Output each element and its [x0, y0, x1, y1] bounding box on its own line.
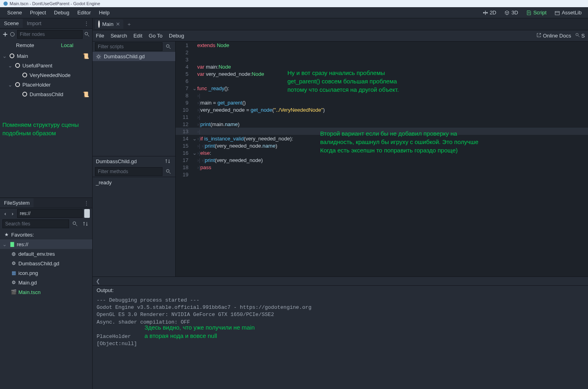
script-menu-edit[interactable]: Edit — [133, 33, 142, 39]
nav-forward-button[interactable]: › — [10, 209, 15, 218]
arrows-icon — [483, 10, 488, 16]
current-script-label: DumbassChild.gd — [93, 156, 175, 166]
gear-icon: ⚙ — [10, 260, 17, 267]
svg-point-5 — [166, 45, 169, 47]
tree-node-dumbasschild[interactable]: DumbassChild 📜 — [0, 89, 92, 99]
file-row[interactable]: ◍ default_env.tres — [0, 249, 92, 259]
cube-icon — [504, 10, 510, 16]
tree-node-placeholder[interactable]: ⌄ PlaceHolder — [0, 80, 92, 89]
favorites-row[interactable]: ★ Favorites: — [0, 230, 92, 239]
svg-point-6 — [97, 55, 99, 57]
output-label: Output: — [93, 286, 588, 295]
online-docs-link[interactable]: Online Docs — [537, 33, 571, 39]
dock-menu-icon[interactable]: ⋮ — [81, 20, 92, 26]
external-link-icon — [537, 33, 541, 38]
scene-tree: ⌄ Main 📜 ⌄ UsefulParent VeryNeededNode ⌄… — [0, 50, 92, 197]
search-icon[interactable] — [84, 30, 90, 39]
tab-import[interactable]: Import — [23, 19, 46, 28]
nav-back-button[interactable]: ‹ — [2, 209, 8, 218]
scene-dock: Scene Import ⋮ Remote Local ⌄ Main 📜 ⌄ U… — [0, 18, 92, 198]
star-icon: ★ — [3, 231, 10, 238]
main-menubar: Scene Project Debug Editor Help 2D 3D Sc… — [0, 7, 588, 18]
dock-menu-icon[interactable]: ⋮ — [81, 200, 92, 206]
svg-point-0 — [4, 2, 8, 6]
script-menu-search[interactable]: Search — [111, 33, 127, 39]
search-icon[interactable] — [164, 42, 173, 51]
script-attached-icon[interactable]: 📜 — [83, 53, 89, 59]
filesystem-dock: FileSystem ⋮ ‹ › ★ Favorites: ⌄ ▇ res://… — [0, 198, 92, 389]
tab-scene[interactable]: Scene — [0, 19, 23, 28]
instance-button[interactable] — [10, 30, 15, 39]
node-icon — [22, 91, 28, 97]
node-icon — [14, 81, 21, 88]
script-menu-goto[interactable]: Go To — [149, 33, 162, 39]
node-icon — [14, 62, 21, 69]
close-tab-icon[interactable]: ✕ — [116, 21, 120, 27]
mode-assetlib[interactable]: AssetLib — [551, 8, 585, 17]
scene-icon: 🎬 — [10, 289, 17, 295]
file-row[interactable]: ▦ icon.png — [0, 268, 92, 278]
sort-icon[interactable] — [163, 157, 172, 166]
svg-rect-1 — [555, 11, 560, 15]
view-mode-toggle[interactable] — [84, 209, 90, 218]
script-menubar: File Search Edit Go To Debug Online Docs… — [93, 30, 588, 41]
filter-methods-input[interactable] — [95, 167, 162, 176]
menu-help[interactable]: Help — [95, 8, 114, 17]
search-files-input[interactable] — [2, 219, 69, 228]
file-row[interactable]: 🎬 Main.tscn — [0, 287, 92, 297]
script-list-panel: DumbassChild.gd DumbassChild.gd _ready — [93, 41, 176, 276]
tree-node-usefulparent[interactable]: ⌄ UsefulParent — [0, 61, 92, 70]
node-icon — [22, 72, 28, 78]
tab-filesystem[interactable]: FileSystem — [0, 198, 34, 207]
window-title: Main.tscn - DontUseGetParent - Godot Eng… — [10, 1, 100, 6]
search-icon[interactable] — [71, 219, 79, 228]
search-help-button[interactable]: S — [575, 33, 585, 39]
menu-editor[interactable]: Editor — [73, 8, 95, 17]
search-help-icon — [575, 33, 580, 38]
menu-debug[interactable]: Debug — [50, 8, 73, 17]
menu-project[interactable]: Project — [26, 8, 50, 17]
svg-point-7 — [166, 169, 169, 172]
mode-script[interactable]: Script — [523, 8, 550, 17]
tree-node-veryneedednode[interactable]: VeryNeededNode — [0, 70, 92, 80]
file-row[interactable]: ⚙ DumbassChild.gd — [0, 259, 92, 268]
assetlib-icon — [554, 10, 560, 16]
script-icon — [526, 10, 532, 16]
panel-collapse-button[interactable]: ❮ — [93, 276, 588, 285]
tree-node-main[interactable]: ⌄ Main 📜 — [0, 51, 92, 61]
node-icon — [98, 21, 100, 27]
output-panel: Output: --- Debugging process started --… — [93, 285, 588, 389]
code-editor[interactable]: 1extends Node 2 3 4var main:Node 5var ve… — [176, 41, 588, 276]
add-node-button[interactable] — [2, 30, 8, 39]
mode-2d[interactable]: 2D — [479, 8, 500, 17]
gear-icon — [96, 54, 101, 59]
remote-tab[interactable]: Remote — [4, 42, 46, 48]
svg-point-4 — [576, 34, 578, 36]
method-list[interactable]: _ready — [93, 177, 175, 277]
menu-scene[interactable]: Scene — [3, 8, 26, 17]
script-menu-debug[interactable]: Debug — [169, 33, 184, 39]
svg-point-2 — [85, 32, 88, 35]
filter-scripts-input[interactable] — [95, 42, 162, 51]
window-titlebar: Main.tscn - DontUseGetParent - Godot Eng… — [0, 0, 588, 7]
script-menu-file[interactable]: File — [96, 33, 104, 39]
search-icon[interactable] — [164, 167, 173, 176]
add-tab-button[interactable]: ＋ — [123, 19, 135, 30]
res-root-row[interactable]: ⌄ ▇ res:// — [0, 239, 92, 249]
folder-icon: ▇ — [9, 241, 15, 247]
local-tab[interactable]: Local — [46, 42, 89, 48]
file-row[interactable]: ⚙ Main.gd — [0, 278, 92, 287]
svg-point-3 — [73, 222, 76, 225]
env-icon: ◍ — [10, 251, 17, 257]
output-log[interactable]: --- Debugging process started --- Godot … — [93, 295, 588, 389]
sort-icon[interactable] — [81, 219, 90, 228]
mode-3d[interactable]: 3D — [501, 8, 521, 17]
scene-tab-main[interactable]: Main ✕ — [95, 20, 123, 29]
filter-nodes-input[interactable] — [17, 30, 83, 39]
script-attached-icon[interactable]: 📜 — [83, 91, 89, 97]
script-list-item[interactable]: DumbassChild.gd — [93, 52, 175, 61]
path-input[interactable] — [17, 209, 83, 218]
node-icon — [9, 53, 15, 59]
gear-icon: ⚙ — [10, 279, 17, 286]
godot-icon — [3, 1, 8, 6]
